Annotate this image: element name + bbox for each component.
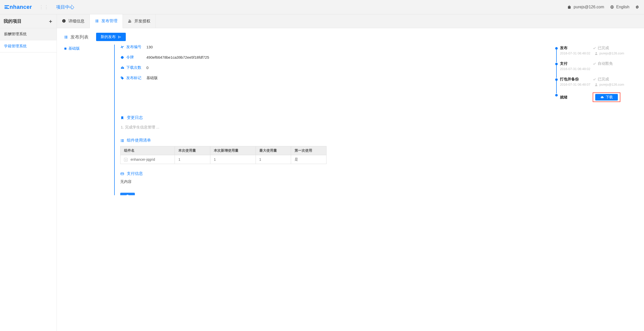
svg-point-10 (129, 20, 130, 21)
list-icon (120, 139, 124, 143)
components-table: 组件名 本次使用量 本次新增使用量 最大使用量 第一次使用 ＋ enhancer… (120, 146, 327, 164)
timeline-step-pack: 打包并备份 已完成 2016-07-31 06:48:07 (554, 77, 637, 86)
list-icon (64, 35, 68, 39)
timeline-step-pay: 支付 自动豁免 2016-07-31 06:48:02 (554, 61, 637, 71)
downloads-value: 0 (146, 65, 148, 70)
changelog-title: 变更日志 (120, 115, 637, 120)
svg-rect-5 (96, 20, 98, 20)
download-button[interactable]: 下载 (595, 94, 618, 101)
globe-icon (610, 5, 614, 9)
tab-row: 我的项目 ＋ 详细信息 发布管理 开发授权 (0, 14, 644, 28)
user-menu[interactable]: purejs@126.com (567, 5, 604, 9)
field-release-no: 发布编号 130 (120, 45, 548, 49)
tabs: 详细信息 发布管理 开发授权 (57, 14, 156, 28)
add-project-button[interactable]: ＋ (48, 18, 53, 25)
check-icon (593, 78, 596, 81)
components-title: 组件使用清单 (120, 138, 637, 143)
tab-release-label: 发布管理 (101, 18, 117, 24)
project-item-salary[interactable]: 薪酬管理系统 (0, 28, 57, 40)
token-value: 490ef66478be1ca39b72ee5f18fdf725 (146, 55, 209, 59)
svg-rect-9 (96, 22, 98, 22)
svg-rect-4 (95, 20, 96, 20)
timeline-who: purejs@126.com (599, 51, 624, 55)
release-detail: 发布编号 130 令牌 490ef66478be1ca39b7 (114, 45, 637, 195)
svg-rect-14 (64, 37, 65, 37)
field-token: 令牌 490ef66478be1ca39b72ee5f18fdf725 (120, 55, 548, 60)
new-release-button[interactable]: 新的发布 (96, 33, 126, 41)
svg-point-28 (126, 195, 129, 195)
user-icon (594, 52, 598, 55)
square-bullet-icon (64, 48, 66, 50)
th-used: 本次使用量 (175, 146, 210, 155)
language-switch[interactable]: English (610, 5, 629, 9)
timeline-time: 2016-07-31 06:48:02 (560, 67, 590, 71)
expand-row-button[interactable]: ＋ (124, 158, 128, 161)
paper-plane-icon (118, 35, 121, 39)
th-added: 本次新增使用量 (210, 146, 256, 155)
list-icon (95, 19, 99, 23)
svg-rect-23 (121, 140, 121, 141)
users-icon (128, 19, 132, 23)
version-list: 基础版 (64, 45, 114, 195)
main: 薪酬管理系统 学籍管理系统 发布列表 新的发布 (0, 28, 644, 331)
version-item-basic[interactable]: 基础版 (64, 45, 111, 52)
project-center-link[interactable]: 项目中心 (56, 4, 74, 10)
cloud-download-icon (120, 66, 124, 70)
brand-logo[interactable]: nhancer (5, 4, 32, 10)
td-max: 1 (256, 155, 291, 164)
table-header-row: 组件名 本次使用量 本次新增使用量 最大使用量 第一次使用 (120, 146, 327, 155)
payment-title: 支付信息 (120, 171, 637, 176)
project-item-label: 学籍管理系统 (4, 44, 27, 48)
svg-rect-13 (65, 36, 67, 36)
user-email: purejs@126.com (574, 5, 604, 9)
svg-rect-7 (96, 21, 98, 21)
settings-button[interactable] (635, 5, 639, 9)
tab-auth[interactable]: 开发授权 (123, 14, 156, 28)
svg-rect-16 (64, 38, 65, 38)
svg-rect-25 (121, 141, 121, 142)
user-icon (594, 83, 598, 86)
timeline-who: purejs@126.com (599, 83, 624, 86)
svg-rect-27 (121, 173, 124, 175)
release-list-title: 发布列表 (64, 34, 89, 40)
tab-detail[interactable]: 详细信息 (57, 14, 90, 28)
topbar-right: purejs@126.com English (567, 5, 639, 9)
svg-rect-12 (64, 36, 65, 36)
svg-rect-22 (122, 139, 124, 140)
timeline-step-ready: 就绪 下载 (554, 92, 637, 102)
field-tag: 发布标记 基础版 (120, 76, 548, 80)
release-timeline: 发布 已完成 2016-07-31 06:48:02 (554, 45, 637, 108)
cloud-download-icon (600, 95, 604, 99)
credit-card-icon (120, 172, 124, 176)
svg-rect-6 (95, 21, 96, 21)
timeline-time: 2016-07-31 06:48:07 (560, 83, 590, 86)
table-row: ＋ enhancer-jqgrid 1 1 1 是 (120, 155, 327, 164)
svg-point-20 (595, 83, 597, 85)
timeline-step-publish: 发布 已完成 2016-07-31 06:48:02 (554, 46, 637, 55)
plane-icon (120, 45, 124, 49)
menu-bars-icon (5, 5, 9, 9)
project-item-label: 薪酬管理系统 (4, 32, 27, 36)
download-highlight-box: 下载 (593, 92, 620, 102)
timeline-time: 2016-07-31 06:48:02 (560, 51, 590, 55)
tab-release[interactable]: 发布管理 (90, 14, 123, 28)
check-icon (593, 62, 596, 65)
th-name: 组件名 (120, 146, 175, 155)
svg-point-19 (595, 52, 597, 53)
user-backpack-icon (567, 5, 572, 9)
minus-circle-icon (126, 194, 129, 195)
project-item-student[interactable]: 学籍管理系统 (0, 40, 57, 52)
td-name: enhancer-jqgrid (131, 157, 155, 161)
release-columns: 基础版 发布编号 130 (64, 45, 637, 195)
sidebar: 薪酬管理系统 学籍管理系统 (0, 28, 57, 331)
svg-rect-8 (95, 22, 96, 22)
download-button-label: 下载 (606, 95, 613, 100)
language-label: English (616, 5, 629, 9)
changelog-text: 1. 完成学生信息管理 ... (120, 123, 637, 131)
svg-rect-26 (122, 141, 124, 142)
td-added: 1 (210, 155, 256, 164)
svg-rect-21 (121, 139, 121, 140)
release-list-header: 发布列表 新的发布 (64, 33, 637, 41)
th-first: 第一次使用 (291, 146, 327, 155)
delete-button[interactable] (120, 193, 135, 195)
